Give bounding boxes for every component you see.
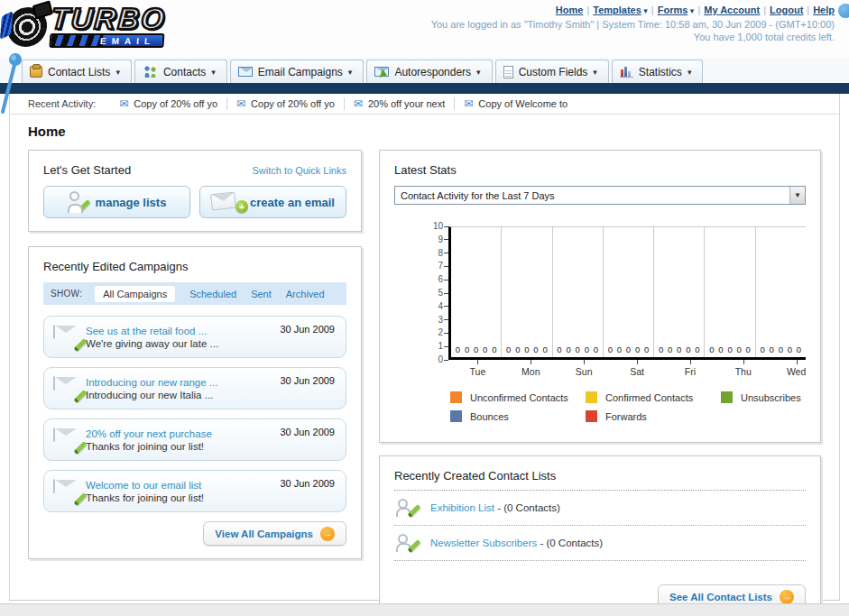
tab-contacts[interactable]: Contacts▾ <box>134 60 227 83</box>
chevron-down-icon: ▾ <box>476 68 481 77</box>
data-label: 0 <box>557 345 561 354</box>
x-tick-label: Tue <box>451 360 504 377</box>
link-separator: | <box>651 5 654 15</box>
x-tick-mark <box>477 360 478 364</box>
recent-activity-item[interactable]: ✉Copy of 20% off yo <box>227 97 345 110</box>
chevron-down-icon: ▾ <box>348 68 353 77</box>
tab-label: Contact Lists <box>48 66 110 78</box>
campaign-card[interactable]: Welcome to our email listThanks for join… <box>43 470 346 512</box>
data-label: 0 <box>474 345 478 354</box>
contact-list-item[interactable]: Newsletter Subscribers - (0 Contacts) <box>394 526 806 561</box>
y-tick-label: 0 <box>438 354 443 364</box>
contact-list-name-link[interactable]: Exhibition List <box>430 502 494 513</box>
y-tick-mark <box>444 293 448 294</box>
y-tick-label: 10 <box>433 221 443 231</box>
y-tick-mark <box>444 333 448 334</box>
get-started-title: Let's Get Started <box>43 163 131 177</box>
filter-scheduled[interactable]: Scheduled <box>189 289 236 299</box>
data-label: 0 <box>626 345 631 354</box>
campaign-title-link[interactable]: Introducing our new range ... <box>86 377 280 388</box>
tab-label: Custom Fields <box>519 66 588 78</box>
main-nav-tabs: Contact Lists▾Contacts▾Email Campaigns▾A… <box>0 58 849 83</box>
data-label: 0 <box>788 345 792 354</box>
stats-range-value: Contact Activity for the Last 7 Days <box>401 190 555 201</box>
y-tick-label: 9 <box>438 234 443 244</box>
page-title: Home <box>28 124 839 139</box>
top-link-logout[interactable]: Logout <box>770 5 803 15</box>
manage-lists-label: manage lists <box>96 196 167 209</box>
campaign-card[interactable]: See us at the retail food ...We're givin… <box>43 316 346 358</box>
filter-all-campaigns[interactable]: All Campaigns <box>95 286 175 302</box>
data-label: 0 <box>779 345 783 354</box>
person-pencil-icon <box>396 532 420 554</box>
link-separator: | <box>763 5 766 15</box>
tab-label: Email Campaigns <box>258 66 343 78</box>
envelope-icon: ✉ <box>354 99 363 108</box>
y-tick-label: 6 <box>438 274 443 284</box>
campaign-filter-bar: SHOW: All CampaignsScheduledSentArchived <box>43 282 346 305</box>
create-email-button[interactable]: + create an email <box>199 186 346 218</box>
chevron-down-icon: ▾ <box>593 68 597 77</box>
data-label: 0 <box>515 345 520 354</box>
campaign-card[interactable]: Introducing our new range ...Introducing… <box>43 367 346 409</box>
data-label: 0 <box>736 345 741 354</box>
arrow-circle-icon: → <box>320 527 335 541</box>
tab-label: Autoresponders <box>394 66 471 78</box>
top-link-forms[interactable]: Forms <box>658 5 688 15</box>
tab-label: Contacts <box>163 66 206 78</box>
contact-list-name-link[interactable]: Newsletter Subscribers <box>430 538 537 548</box>
chart-day-group: 00000 <box>604 227 654 357</box>
x-tick-mark <box>690 360 691 364</box>
contact-list-item[interactable]: Exhibition List - (0 Contacts) <box>394 491 806 526</box>
chevron-down-icon: ▾ <box>211 68 216 77</box>
envelope-pencil-icon <box>53 326 86 349</box>
navy-divider-bar <box>0 83 849 94</box>
tab-email-campaigns[interactable]: Email Campaigns▾ <box>230 60 365 83</box>
data-label: 0 <box>770 345 774 354</box>
view-all-campaigns-button[interactable]: View All Campaigns → <box>203 521 346 546</box>
chart-day-group: 00000 <box>502 227 552 357</box>
data-label: 0 <box>576 345 580 354</box>
content-frame: Recent Activity: ✉Copy of 20% off yo✉Cop… <box>9 94 840 601</box>
campaign-title-link[interactable]: See us at the retail food ... <box>86 326 280 336</box>
switch-quick-links-link[interactable]: Switch to Quick Links <box>252 165 346 176</box>
top-link-help[interactable]: Help <box>813 5 835 15</box>
recent-activity-item[interactable]: ✉Copy of Welcome to <box>455 97 577 110</box>
legend-item-forwards: Forwards <box>586 410 721 422</box>
tab-autoresponders[interactable]: Autoresponders▾ <box>366 60 492 83</box>
x-tick-mark <box>584 360 585 364</box>
campaign-card[interactable]: 20% off your next purchaseThanks for joi… <box>43 418 346 461</box>
campaign-info: Welcome to our email listThanks for join… <box>86 480 280 503</box>
y-tick-label: 8 <box>438 248 443 258</box>
top-link-my-account[interactable]: My Account <box>704 5 760 15</box>
campaign-title-link[interactable]: Welcome to our email list <box>86 480 280 491</box>
legend-label: Unconfirmed Contacts <box>470 392 568 403</box>
campaign-subtitle: We're giving away our late ... <box>86 338 280 349</box>
manage-lists-button[interactable]: manage lists <box>43 186 190 218</box>
chevron-down-icon: ▾ <box>641 6 648 15</box>
x-tick-mark <box>743 360 744 364</box>
tab-statistics[interactable]: Statistics▾ <box>612 60 704 83</box>
recent-activity-item[interactable]: ✉20% off your next <box>345 97 455 110</box>
legend-label: Forwards <box>605 411 647 422</box>
filter-archived[interactable]: Archived <box>286 289 325 299</box>
data-label: 0 <box>686 345 690 354</box>
data-label: 0 <box>524 345 529 354</box>
tab-custom-fields[interactable]: Custom Fields▾ <box>495 60 609 83</box>
top-link-templates[interactable]: Templates <box>593 5 641 15</box>
filter-sent[interactable]: Sent <box>251 289 272 299</box>
link-separator: | <box>697 5 700 15</box>
stats-range-select[interactable]: Contact Activity for the Last 7 Days ▼ <box>394 186 806 205</box>
contact-list-items: Exhibition List - (0 Contacts)Newsletter… <box>394 491 806 561</box>
y-tick-mark <box>444 306 448 307</box>
envelope-icon: ✉ <box>119 99 128 108</box>
tab-contact-lists[interactable]: Contact Lists▾ <box>22 60 132 83</box>
top-link-home[interactable]: Home <box>556 5 584 15</box>
contact-lists-panel-title: Recently Created Contact Lists <box>394 469 806 491</box>
envelope-plus-icon: + <box>211 193 242 211</box>
y-tick-label: 2 <box>438 327 443 337</box>
campaign-title-link[interactable]: 20% off your next purchase <box>86 428 280 439</box>
recent-activity-label: Recent Activity: <box>28 98 96 109</box>
get-started-panel: Let's Get Started Switch to Quick Links … <box>28 150 362 232</box>
recent-activity-item[interactable]: ✉Copy of 20% off yo <box>110 97 227 110</box>
